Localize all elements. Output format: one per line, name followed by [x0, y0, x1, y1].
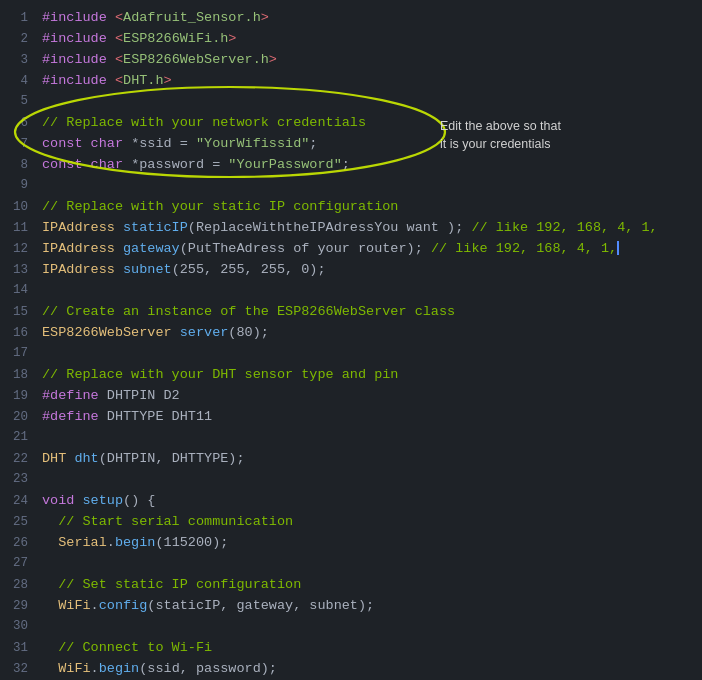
token-inc-sym: < — [115, 10, 123, 25]
line-code: #define DHTPIN D2 — [42, 386, 180, 407]
token-plain — [42, 535, 58, 550]
code-line: 13IPAddress subnet(255, 255, 255, 0); — [0, 260, 702, 281]
token-type: WiFi — [58, 598, 90, 613]
line-code: IPAddress gateway(PutTheAdress of your r… — [42, 239, 619, 260]
code-line: 29 WiFi.config(staticIP, gateway, subnet… — [0, 596, 702, 617]
token-plain: ; — [342, 157, 350, 172]
code-editor: Edit the above so that it is your creden… — [0, 0, 702, 680]
token-plain — [42, 514, 58, 529]
code-line: 11IPAddress staticIP(ReplaceWiththeIPAdr… — [0, 218, 702, 239]
token-kw: char — [91, 136, 132, 151]
line-code: Serial.begin(115200); — [42, 533, 228, 554]
line-code: ESP8266WebServer server(80); — [42, 323, 269, 344]
line-number: 12 — [0, 240, 28, 259]
token-plain: *ssid = — [131, 136, 196, 151]
token-cmt: // Connect to Wi-Fi — [58, 640, 212, 655]
line-number: 13 — [0, 261, 28, 280]
line-number: 24 — [0, 492, 28, 511]
line-code: void setup() { — [42, 491, 155, 512]
token-plain: (80); — [228, 325, 269, 340]
line-code: const char *ssid = "YourWifissid"; — [42, 134, 317, 155]
line-number: 2 — [0, 30, 28, 49]
line-number: 11 — [0, 219, 28, 238]
code-line: 25 // Start serial communication — [0, 512, 702, 533]
token-type: DHT — [42, 451, 74, 466]
token-plain: DHTPIN D2 — [107, 388, 180, 403]
token-inc-sym: > — [228, 31, 236, 46]
line-number: 31 — [0, 639, 28, 658]
token-cmt: // Replace with your network credentials — [42, 115, 366, 130]
token-plain: . — [107, 535, 115, 550]
line-code: #include <Adafruit_Sensor.h> — [42, 8, 269, 29]
token-plain: () { — [123, 493, 155, 508]
code-line: 10// Replace with your static IP configu… — [0, 197, 702, 218]
token-pp: #define — [42, 388, 107, 403]
line-number: 15 — [0, 303, 28, 322]
token-type: IPAddress — [42, 220, 123, 235]
token-inc-sym: < — [115, 52, 123, 67]
token-type: WiFi — [58, 661, 90, 676]
token-str: "YourPassword" — [228, 157, 341, 172]
line-number: 7 — [0, 135, 28, 154]
token-plain: (ssid, password); — [139, 661, 277, 676]
line-code: // Replace with your static IP configura… — [42, 197, 398, 218]
token-inc-path: Adafruit_Sensor.h — [123, 10, 261, 25]
line-number: 1 — [0, 9, 28, 28]
token-fn: gateway — [123, 241, 180, 256]
token-pp: #define — [42, 409, 107, 424]
line-number: 16 — [0, 324, 28, 343]
token-plain: *password = — [131, 157, 228, 172]
code-line: 8const char *password = "YourPassword"; — [0, 155, 702, 176]
code-line: 23 — [0, 470, 702, 491]
token-type: ESP8266WebServer — [42, 325, 180, 340]
token-cmt: // like 192, 168, 4, 1, — [471, 220, 657, 235]
line-code: #include <DHT.h> — [42, 71, 172, 92]
line-code: // Connect to Wi-Fi — [42, 638, 212, 659]
token-cmt: // Create an instance of the ESP8266WebS… — [42, 304, 455, 319]
line-code: #define DHTTYPE DHT11 — [42, 407, 212, 428]
line-code: // Set static IP configuration — [42, 575, 301, 596]
code-line: 18// Replace with your DHT sensor type a… — [0, 365, 702, 386]
line-number: 14 — [0, 281, 28, 300]
token-plain: (115200); — [155, 535, 228, 550]
text-cursor — [617, 241, 619, 255]
code-line: 14 — [0, 281, 702, 302]
token-type: IPAddress — [42, 262, 123, 277]
code-line: 24void setup() { — [0, 491, 702, 512]
token-cmt: // Replace with your static IP configura… — [42, 199, 398, 214]
code-line: 19#define DHTPIN D2 — [0, 386, 702, 407]
line-number: 5 — [0, 92, 28, 111]
token-fn: staticIP — [123, 220, 188, 235]
token-fn: begin — [115, 535, 156, 550]
code-line: 20#define DHTTYPE DHT11 — [0, 407, 702, 428]
code-line: 26 Serial.begin(115200); — [0, 533, 702, 554]
token-kw: void — [42, 493, 83, 508]
token-plain: (staticIP, gateway, subnet); — [147, 598, 374, 613]
token-cmt: // Set static IP configuration — [58, 577, 301, 592]
line-number: 17 — [0, 344, 28, 363]
code-line: 3#include <ESP8266WebServer.h> — [0, 50, 702, 71]
token-inc-sym: > — [261, 10, 269, 25]
line-code: #include <ESP8266WebServer.h> — [42, 50, 277, 71]
code-line: 2#include <ESP8266WiFi.h> — [0, 29, 702, 50]
code-line: 6// Replace with your network credential… — [0, 113, 702, 134]
code-lines: 1#include <Adafruit_Sensor.h>2#include <… — [0, 8, 702, 680]
token-kw: const — [42, 157, 91, 172]
line-code: DHT dht(DHTPIN, DHTTYPE); — [42, 449, 245, 470]
line-code: // Create an instance of the ESP8266WebS… — [42, 302, 455, 323]
token-inc-path: DHT.h — [123, 73, 164, 88]
token-type: Serial — [58, 535, 107, 550]
token-inc-sym: < — [115, 73, 123, 88]
line-number: 25 — [0, 513, 28, 532]
token-fn: setup — [83, 493, 124, 508]
token-plain: . — [91, 661, 99, 676]
token-inc-path: ESP8266WiFi.h — [123, 31, 228, 46]
token-fn: server — [180, 325, 229, 340]
line-number: 10 — [0, 198, 28, 217]
line-number: 4 — [0, 72, 28, 91]
token-plain: ; — [309, 136, 317, 151]
line-code: #include <ESP8266WiFi.h> — [42, 29, 236, 50]
line-code: // Start serial communication — [42, 512, 293, 533]
token-fn: subnet — [123, 262, 172, 277]
token-plain: (DHTPIN, DHTTYPE); — [99, 451, 245, 466]
